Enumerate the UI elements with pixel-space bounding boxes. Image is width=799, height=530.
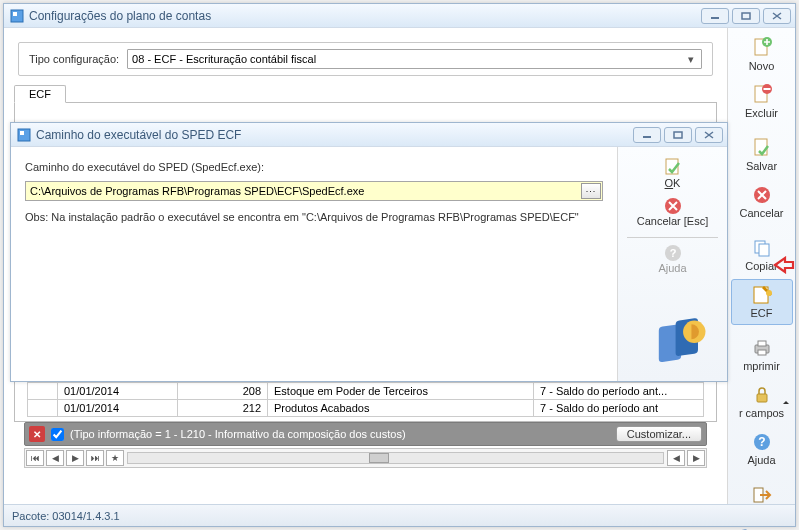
table-row[interactable]: 01/01/2014 212 Produtos Acabados 7 - Sal… — [28, 400, 704, 417]
right-toolbar: Novo Excluir Salvar Cancelar — [727, 28, 795, 526]
config-label: Tipo configuração: — [29, 53, 119, 65]
customize-button[interactable]: Customizar... — [616, 426, 702, 442]
svg-text:?: ? — [758, 435, 765, 449]
scroll-right-icon[interactable]: ▶ — [687, 450, 705, 466]
document-new-icon — [750, 36, 774, 60]
print-icon — [750, 336, 774, 360]
imprimir-button[interactable]: mprimir — [731, 332, 793, 378]
cancelar-button[interactable]: Cancelar — [731, 179, 793, 225]
campos-button[interactable]: r campos — [731, 379, 793, 425]
scroll-left-icon[interactable]: ◀ — [667, 450, 685, 466]
path-label: Caminho do executável do SPED (SpedEcf.e… — [25, 161, 603, 173]
status-bar: Pacote: 03014/1.4.3.1 — [4, 504, 795, 526]
modal-titlebar: Caminho do executável do SPED ECF — [11, 123, 727, 147]
copy-icon — [750, 236, 774, 260]
nav-bookmark-icon[interactable]: ★ — [106, 450, 124, 466]
browse-button[interactable]: ··· — [581, 183, 601, 199]
nav-last-icon[interactable]: ⏭ — [86, 450, 104, 466]
svg-rect-18 — [757, 394, 767, 402]
tab-ecf[interactable]: ECF — [14, 85, 66, 103]
modal-window: Caminho do executável do SPED ECF Caminh… — [10, 122, 728, 382]
filter-text: (Tipo informação = 1 - L210 - Informativ… — [70, 428, 406, 440]
filter-bar: ✕ (Tipo informação = 1 - L210 - Informat… — [24, 422, 707, 446]
config-combobox-value: 08 - ECF - Escrituração contábil fiscal — [132, 53, 316, 65]
chevron-down-icon: ▾ — [683, 52, 699, 67]
brand-icon — [649, 315, 719, 371]
lock-icon — [750, 383, 774, 407]
path-input-value: C:\Arquivos de Programas RFB\Programas S… — [30, 185, 364, 197]
path-input[interactable]: C:\Arquivos de Programas RFB\Programas S… — [25, 181, 603, 201]
horizontal-scrollbar[interactable] — [127, 452, 664, 464]
filter-close-icon[interactable]: ✕ — [29, 426, 45, 442]
modal-right-toolbar: OK Cancelar [Esc] ? Ajuda — [617, 147, 727, 381]
brand-icon — [699, 526, 789, 530]
nav-first-icon[interactable]: ⏮ — [26, 450, 44, 466]
svg-rect-8 — [763, 88, 770, 90]
svg-rect-2 — [711, 17, 719, 19]
main-titlebar: Configurações do plano de contas — [4, 4, 795, 28]
ok-icon — [663, 157, 683, 177]
ok-button[interactable]: OK — [625, 155, 721, 195]
svg-rect-17 — [758, 350, 766, 355]
svg-text:?: ? — [669, 247, 676, 259]
modal-help-button[interactable]: ? Ajuda — [625, 242, 721, 280]
modal-minimize-button[interactable] — [633, 127, 661, 143]
filter-checkbox[interactable] — [51, 428, 64, 441]
close-button[interactable] — [763, 8, 791, 24]
salvar-button[interactable]: Salvar — [731, 132, 793, 178]
svg-rect-27 — [643, 136, 651, 138]
excluir-button[interactable]: Excluir — [731, 79, 793, 125]
svg-rect-16 — [758, 341, 766, 346]
svg-rect-12 — [759, 244, 769, 256]
svg-rect-28 — [674, 132, 682, 138]
modal-maximize-button[interactable] — [664, 127, 692, 143]
save-icon — [750, 136, 774, 160]
grid-navigator: ⏮ ◀ ▶ ⏭ ★ ◀ ▶ — [24, 448, 707, 468]
nav-prev-icon[interactable]: ◀ — [46, 450, 64, 466]
status-text: Pacote: 03014/1.4.3.1 — [12, 510, 120, 522]
path-hint: Obs: Na instalação padrão o executável s… — [25, 211, 603, 223]
app-icon — [17, 128, 31, 142]
main-window-title: Configurações do plano de contas — [29, 9, 698, 23]
modal-title: Caminho do executável do SPED ECF — [36, 128, 630, 142]
cancel-icon — [664, 197, 682, 215]
ajuda-button[interactable]: ? Ajuda — [731, 426, 793, 472]
ecf-icon — [750, 283, 774, 307]
svg-rect-3 — [742, 13, 750, 19]
modal-cancel-button[interactable]: Cancelar [Esc] — [625, 195, 721, 233]
svg-rect-1 — [13, 12, 17, 16]
ecf-button[interactable]: ECF — [731, 279, 793, 325]
document-delete-icon — [750, 83, 774, 107]
svg-rect-26 — [20, 131, 24, 135]
nav-next-icon[interactable]: ▶ — [66, 450, 84, 466]
app-icon — [10, 9, 24, 23]
help-icon: ? — [664, 244, 682, 262]
config-group: Tipo configuração: 08 - ECF - Escrituraç… — [18, 42, 713, 76]
highlight-arrow-icon — [773, 256, 795, 274]
help-icon: ? — [750, 430, 774, 454]
maximize-button[interactable] — [732, 8, 760, 24]
dropdown-caret-icon — [783, 398, 789, 404]
config-combobox[interactable]: 08 - ECF - Escrituração contábil fiscal … — [127, 49, 702, 69]
svg-point-14 — [766, 290, 772, 296]
cancel-icon — [750, 183, 774, 207]
table-row[interactable]: 01/01/2014 208 Estoque em Poder de Terce… — [28, 383, 704, 400]
minimize-button[interactable] — [701, 8, 729, 24]
modal-close-button[interactable] — [695, 127, 723, 143]
novo-button[interactable]: Novo — [731, 32, 793, 78]
